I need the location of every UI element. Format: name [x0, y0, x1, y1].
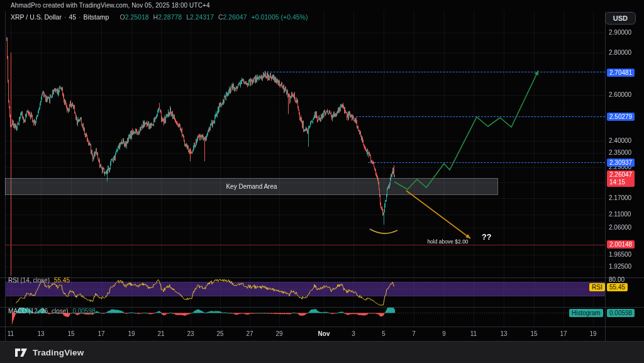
time-axis-label: 3: [343, 330, 364, 337]
time-axis-label: 21: [150, 330, 172, 337]
ohlc-values: O2.25018H2.28778L2.24317C2.26047+0.01005…: [115, 13, 308, 21]
macd-histogram-value-tag: 0.00598: [607, 309, 635, 317]
rsi-axis-label: 80.00: [609, 276, 625, 283]
time-axis-label: 15: [60, 330, 82, 337]
currency-toggle-button[interactable]: USD: [605, 12, 636, 25]
open-value: 2.25018: [125, 13, 149, 21]
price-axis-label: 2.40000: [609, 137, 631, 144]
close-label: C: [218, 13, 223, 21]
time-axis-label: 13: [30, 330, 52, 337]
resistance-level-line[interactable]: [368, 162, 605, 163]
price-axis-label: 2.35000: [609, 149, 631, 156]
close-value: 2.26047: [223, 13, 247, 21]
price-level-tag: 2.70481: [607, 69, 635, 77]
rsi-value: 55.45: [54, 277, 70, 284]
tradingview-chart-window: AhmadPro created with TradingView.com, N…: [0, 0, 644, 363]
price-axis-label: 1.92500: [609, 263, 631, 270]
price-level-tag: 2.30937: [607, 159, 635, 167]
time-axis-label: 19: [121, 330, 142, 337]
price-axis-label: 1.96500: [609, 251, 631, 258]
price-level-tag: 2.50279: [607, 113, 635, 121]
price-axis-label: 2.90000: [609, 29, 631, 36]
time-axis[interactable]: 11131517192123252729Nov35791113151719: [5, 327, 605, 341]
change-value: +0.01005 (+0.45%): [252, 13, 308, 21]
price-axis-label: 2.60000: [609, 91, 631, 98]
time-axis-label: 15: [523, 330, 545, 337]
macd-indicator-label[interactable]: MACD (12, 26, close) 0.00598: [8, 308, 96, 315]
time-axis-label: 29: [269, 330, 290, 337]
key-demand-area-zone[interactable]: Key Demand Area: [5, 178, 498, 195]
resistance-level-line[interactable]: [264, 72, 605, 72]
snapshot-credit: AhmadPro created with TradingView.com, N…: [11, 2, 210, 9]
rsi-params: (14, close): [20, 277, 50, 284]
time-axis-label: 17: [553, 330, 574, 337]
high-value: 2.28778: [158, 13, 182, 21]
key-demand-area-label: Key Demand Area: [226, 183, 277, 190]
rsi-indicator-label[interactable]: RSI (14, close) 55.45: [8, 277, 70, 284]
tradingview-logo-icon[interactable]: [15, 347, 27, 358]
legend-separator: ·: [79, 13, 81, 21]
price-axis-label: 2.06000: [609, 224, 631, 231]
time-axis-label: 17: [91, 330, 112, 337]
time-axis-label: 27: [239, 330, 260, 337]
rsi-name: RSI: [8, 277, 19, 284]
time-axis-label: 7: [403, 330, 425, 337]
open-label: O: [119, 13, 125, 21]
time-axis-label: 25: [209, 330, 231, 337]
time-axis-label: 9: [433, 330, 455, 337]
symbol-legend: XRP / U.S. Dollar·45·BitstampO2.25018H2.…: [11, 13, 308, 21]
rsi-plot-tag: RSI: [589, 283, 605, 291]
price-axis-label: 2.11000: [609, 211, 631, 218]
macd-params: (12, 26, close): [28, 308, 68, 315]
price-axis[interactable]: 2.900002.800002.600002.400002.350002.290…: [605, 11, 644, 341]
price-axis-label: 2.17000: [609, 194, 631, 201]
time-axis-label: 5: [373, 330, 394, 337]
macd-value: 0.00598: [72, 308, 95, 315]
interval-label[interactable]: 45: [69, 13, 76, 21]
footer-bar: TradingView: [0, 342, 644, 363]
low-value: 2.24317: [190, 13, 214, 21]
rsi-value-tag: 55.45: [607, 283, 628, 291]
last-price-tag: 2.2604714:15: [607, 170, 635, 187]
resistance-level-line[interactable]: [356, 116, 605, 117]
time-axis-label: 23: [180, 330, 201, 337]
time-axis-label: 13: [493, 330, 514, 337]
histogram-plot-tag: Histogram: [569, 309, 603, 317]
time-axis-label: Nov: [313, 330, 335, 337]
macd-name: MACD: [8, 308, 26, 315]
question-marks-note[interactable]: ??: [482, 233, 491, 242]
legend-separator: ·: [64, 13, 67, 21]
time-axis-label: 11: [463, 330, 484, 337]
time-axis-label: 19: [582, 330, 604, 337]
time-axis-label: 11: [0, 330, 21, 337]
hold-above-note[interactable]: hold above $2.00: [407, 238, 489, 245]
symbol-title[interactable]: XRP / U.S. Dollar: [11, 13, 62, 21]
alert-price-line[interactable]: [5, 245, 605, 246]
alert-price-tag: 2.00148: [607, 240, 635, 249]
exchange-label[interactable]: Bitstamp: [84, 13, 109, 21]
tradingview-brand-text[interactable]: TradingView: [33, 348, 84, 357]
price-axis-label: 2.80000: [609, 49, 631, 56]
